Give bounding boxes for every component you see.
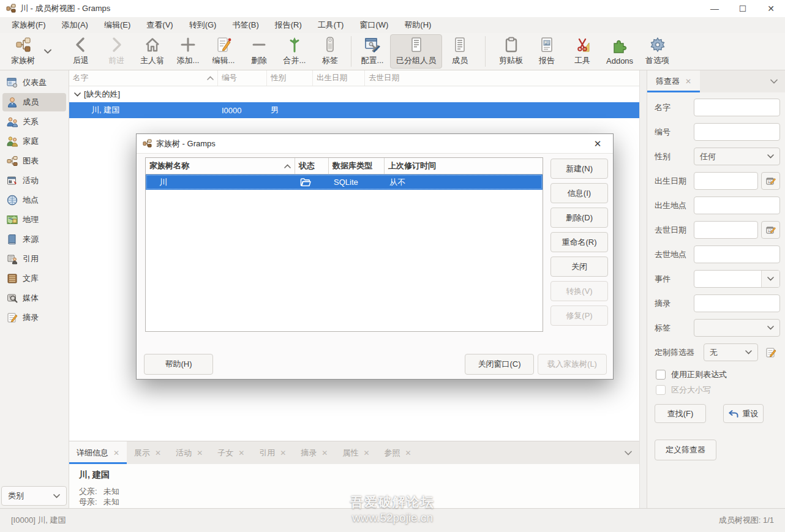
- clipboard-button[interactable]: 剪贴板: [493, 34, 529, 69]
- filter-event-dropdown[interactable]: [761, 271, 779, 287]
- filter-gender-select[interactable]: 任何: [694, 148, 780, 165]
- collapse-sidebar-button[interactable]: [763, 70, 785, 92]
- dialog-close-button[interactable]: ✕: [588, 138, 607, 149]
- sidebar-item-sources[interactable]: 来源: [2, 230, 66, 249]
- reset-button[interactable]: 重设: [723, 404, 764, 423]
- birth-date-picker-button[interactable]: 12: [761, 172, 780, 190]
- column-header-status[interactable]: 状态: [295, 158, 329, 174]
- tab-notes[interactable]: 摘录✕: [293, 441, 335, 464]
- forward-button[interactable]: 前进: [99, 34, 134, 69]
- sidebar-item-notes[interactable]: 摘录: [2, 309, 66, 327]
- sidebar-item-repositories[interactable]: 文库: [2, 269, 66, 288]
- menu-bookmarks[interactable]: 书签(B): [224, 17, 266, 33]
- sidebar-item-places[interactable]: 地点: [2, 191, 66, 209]
- menu-tools[interactable]: 工具(T): [310, 17, 352, 33]
- reports-button[interactable]: 报告: [529, 34, 565, 69]
- repair-button[interactable]: 修复(P): [550, 305, 608, 326]
- close-tab-icon[interactable]: ✕: [685, 77, 691, 86]
- filter-id-input[interactable]: [694, 123, 780, 141]
- tab-gallery[interactable]: 展示✕: [127, 441, 168, 464]
- filter-custom-select[interactable]: 无: [704, 343, 758, 361]
- new-tree-button[interactable]: 新建(N): [550, 159, 608, 179]
- tab-children[interactable]: 子女✕: [210, 441, 252, 464]
- expander-chevron-icon[interactable]: [69, 92, 84, 97]
- category-selector[interactable]: 类别: [1, 486, 67, 506]
- close-tab-icon[interactable]: ✕: [321, 449, 328, 457]
- minimize-button[interactable]: —: [700, 0, 729, 17]
- sidebar-item-families[interactable]: 家庭: [2, 132, 66, 151]
- sidebar-item-geography[interactable]: 地理: [2, 211, 66, 229]
- maximize-button[interactable]: ☐: [729, 0, 757, 17]
- sidebar-item-relationships[interactable]: 关系: [2, 113, 66, 131]
- sidebar-item-media[interactable]: 媒体: [2, 289, 66, 307]
- home-button[interactable]: 主人翁: [134, 34, 170, 69]
- close-tab-icon[interactable]: ✕: [363, 449, 369, 457]
- filter-note-input[interactable]: [694, 294, 780, 312]
- menu-edit[interactable]: 编辑(E): [96, 17, 138, 33]
- column-header-gender[interactable]: 性别: [267, 70, 313, 86]
- filter-tag-select[interactable]: [694, 319, 780, 337]
- menu-reports[interactable]: 报告(R): [267, 17, 310, 33]
- filter-event-input[interactable]: [694, 271, 761, 287]
- grouped-people-button[interactable]: 已分组人员: [390, 34, 442, 69]
- find-button[interactable]: 查找(F): [655, 404, 706, 423]
- add-button[interactable]: 添加...: [170, 34, 206, 69]
- menu-windows[interactable]: 窗口(W): [351, 17, 396, 33]
- load-tree-button[interactable]: 载入家族树(L): [538, 354, 607, 375]
- tab-references[interactable]: 参照✕: [377, 441, 418, 464]
- tab-citations[interactable]: 引用✕: [252, 441, 293, 464]
- column-header-db-type[interactable]: 数据库类型: [329, 158, 385, 174]
- menu-family-tree[interactable]: 家族树(F): [4, 17, 54, 33]
- edit-custom-filter-button[interactable]: [761, 343, 780, 361]
- filter-birth-place-input[interactable]: [694, 197, 780, 214]
- close-window-button[interactable]: 关闭窗口(C): [465, 354, 534, 375]
- close-tab-icon[interactable]: ✕: [238, 449, 244, 457]
- filter-death-place-input[interactable]: [694, 245, 780, 263]
- addons-button[interactable]: Addons: [600, 34, 639, 69]
- close-tab-icon[interactable]: ✕: [197, 449, 203, 457]
- merge-button[interactable]: 合并...: [277, 34, 312, 69]
- people-button[interactable]: 成员: [442, 34, 478, 69]
- tools-button[interactable]: 工具: [565, 34, 600, 69]
- death-date-picker-button[interactable]: 12: [761, 221, 780, 239]
- filter-death-date-input[interactable]: [694, 221, 758, 239]
- column-header-death[interactable]: 去世日期: [365, 70, 639, 86]
- define-filter-button[interactable]: 定义筛查器: [655, 440, 716, 460]
- case-sensitive-checkbox-row[interactable]: 区分大小写: [656, 383, 780, 397]
- person-row-selected[interactable]: 川, 建国 I0000 男: [69, 102, 639, 118]
- collapse-panel-button[interactable]: [617, 441, 639, 464]
- menu-add[interactable]: 添加(A): [54, 17, 96, 33]
- family-trees-dropdown[interactable]: [41, 34, 54, 69]
- sidebar-item-people[interactable]: 成员: [2, 93, 66, 111]
- sidebar-item-events[interactable]: 21 活动: [2, 171, 66, 190]
- remove-button[interactable]: 删除: [241, 34, 277, 69]
- convert-button[interactable]: 转换(V): [550, 281, 608, 301]
- menu-go[interactable]: 转到(G): [181, 17, 225, 33]
- family-trees-button[interactable]: 家族树: [5, 34, 41, 69]
- delete-tree-button[interactable]: 删除(D): [550, 208, 608, 228]
- regex-checkbox[interactable]: [656, 370, 666, 380]
- menu-help[interactable]: 帮助(H): [396, 17, 439, 33]
- column-header-birth[interactable]: 出生日期: [313, 70, 365, 86]
- tab-events[interactable]: 活动✕: [168, 441, 210, 464]
- filter-name-input[interactable]: [694, 99, 780, 116]
- tab-filter[interactable]: 筛查器 ✕: [647, 70, 700, 92]
- tab-details[interactable]: 详细信息 ✕: [69, 441, 127, 464]
- case-sensitive-checkbox[interactable]: [656, 385, 666, 395]
- sidebar-item-citations[interactable]: 引用: [2, 250, 66, 268]
- close-tree-button[interactable]: 关闭: [550, 257, 608, 277]
- sidebar-item-charts[interactable]: 图表: [2, 152, 66, 170]
- info-button[interactable]: 信息(I): [550, 183, 608, 203]
- tag-button[interactable]: 标签: [312, 34, 348, 69]
- help-button[interactable]: 帮助(H): [144, 354, 213, 375]
- scrollbar[interactable]: [639, 70, 647, 508]
- close-tab-icon[interactable]: ✕: [280, 449, 286, 457]
- sidebar-item-dashboard[interactable]: 仪表盘: [2, 73, 66, 92]
- edit-button[interactable]: 编辑...: [206, 34, 241, 69]
- tab-attributes[interactable]: 属性✕: [335, 441, 377, 464]
- rename-button[interactable]: 重命名(R): [550, 232, 608, 252]
- filter-event-combo[interactable]: [694, 270, 780, 288]
- family-tree-row-selected[interactable]: 川 SQLite 从不: [146, 174, 543, 190]
- configure-button[interactable]: 配置...: [355, 34, 390, 69]
- close-tab-icon[interactable]: ✕: [405, 449, 411, 457]
